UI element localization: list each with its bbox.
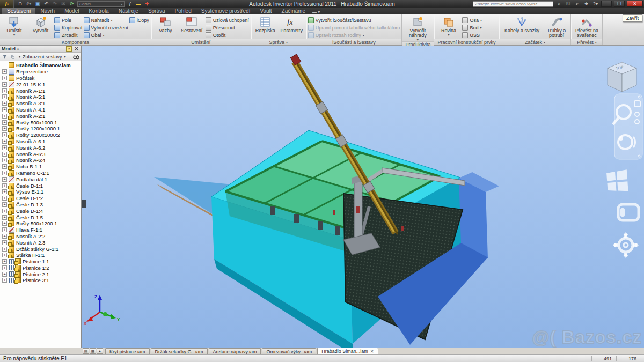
expand-icon[interactable]: +: [2, 82, 7, 87]
tree-item[interactable]: +Pístnice 2:1: [0, 271, 81, 277]
expand-icon[interactable]: +: [2, 189, 7, 194]
expand-icon[interactable]: +: [2, 101, 7, 106]
expand-icon[interactable]: +: [2, 234, 7, 239]
expand-icon[interactable]: ▲: [97, 348, 103, 354]
tree-item[interactable]: +Podlaha dál:1: [0, 176, 81, 182]
tree-item[interactable]: +Česle D-1:5: [0, 214, 81, 220]
assembly-view-selector[interactable]: Zobrazení sestavy: [23, 54, 62, 60]
browser-close-icon[interactable]: ✕: [74, 46, 79, 51]
expand-icon[interactable]: +: [2, 202, 7, 207]
parameters-button[interactable]: fx Parametry: [279, 16, 304, 39]
expand-icon[interactable]: +: [2, 177, 7, 182]
tree-item[interactable]: +Noha B-1:1: [0, 164, 81, 170]
tile-windows-icon[interactable]: ▦: [90, 348, 96, 354]
ribbon-tab-vault[interactable]: Vault: [255, 8, 276, 14]
tube-pipe-button[interactable]: Trubky a potrubí: [544, 16, 569, 39]
group-label-sprava[interactable]: Správa▾: [251, 39, 306, 45]
copy-button[interactable]: Kopírovat: [54, 24, 83, 31]
view-cube[interactable]: TOP: [608, 62, 636, 92]
expand-icon[interactable]: +: [2, 126, 7, 131]
tree-item[interactable]: +Rošty 500x1000:1: [0, 119, 81, 125]
tree-item[interactable]: +Nosník A-1:1: [0, 87, 81, 94]
communication-icon[interactable]: ➢: [574, 1, 581, 6]
tree-item[interactable]: +Hlava F-1:1: [0, 227, 81, 233]
expand-icon[interactable]: +: [2, 69, 7, 74]
find-binoculars-icon[interactable]: [73, 54, 79, 60]
tree-item[interactable]: +Nosník A-2:3: [0, 239, 81, 246]
expand-icon[interactable]: +: [2, 145, 7, 150]
tree-item[interactable]: +Česle D-1:1: [0, 182, 81, 189]
browser-title-bar[interactable]: Model ▾ ? ✕: [0, 46, 81, 53]
group-label-zacatek[interactable]: Začátek▾: [499, 39, 570, 45]
tree-item[interactable]: +Nosník A-3:1: [0, 100, 81, 107]
bom-button[interactable]: Rozpiska: [253, 16, 278, 39]
ribbon-tab-začínáme[interactable]: Začínáme: [277, 8, 310, 14]
help-icon[interactable]: ?▾: [592, 1, 599, 6]
favorites-star-icon[interactable]: ★: [583, 1, 590, 6]
doc-tab-close-icon[interactable]: ✕: [370, 349, 374, 354]
ribbon-tab-sestavení[interactable]: Sestavení: [2, 8, 35, 14]
parameters-fx-icon[interactable]: ƒ: [127, 1, 133, 7]
filter-icon[interactable]: [2, 54, 8, 60]
doc-tab[interactable]: Kryt pístnice.iam: [105, 348, 150, 354]
cable-harness-button[interactable]: Kabely a svazky: [501, 16, 543, 39]
tree-item[interactable]: +22.01.15-K:1: [0, 81, 81, 87]
ucs-button[interactable]: USS: [462, 32, 482, 39]
icopy-button[interactable]: iCopy: [129, 17, 149, 24]
tree-item[interactable]: Hrabadlo Šimanov.iam: [0, 62, 81, 69]
update-icon[interactable]: ⟳: [69, 1, 75, 7]
subscription-key-icon[interactable]: ⚿: [565, 1, 572, 7]
expand-icon[interactable]: +: [2, 76, 7, 80]
tree-item[interactable]: +Pístnice 1:1: [0, 258, 81, 265]
tree-item[interactable]: +Nosník A-2:2: [0, 233, 81, 240]
navigation-bar[interactable]: [613, 94, 642, 159]
ribbon-tab-nástroje[interactable]: Nástroje: [114, 8, 143, 14]
create-substitutes-button[interactable]: Vytvořit náhrady▾: [404, 16, 431, 41]
expand-icon[interactable]: +: [2, 120, 7, 125]
expand-icon[interactable]: +: [2, 253, 7, 257]
expand-icon[interactable]: +: [2, 183, 7, 188]
create-layout-button[interactable]: Vytvořit rozvržení: [84, 24, 128, 31]
create-ipart-button[interactable]: Vytvořit iSoučást/iSestavu: [308, 17, 400, 24]
tree-item[interactable]: +Reprezentace: [0, 69, 81, 75]
tree-item[interactable]: +Česle D-1:3: [0, 202, 81, 208]
work-axis-button[interactable]: Osa▾: [462, 17, 482, 24]
expand-icon[interactable]: +: [2, 114, 7, 119]
expand-icon[interactable]: +: [2, 94, 7, 99]
tree-item[interactable]: +Česle D-1:2: [0, 195, 81, 202]
expand-icon[interactable]: +: [2, 209, 7, 213]
doc-tab[interactable]: Hrabadlo Šiman...iam✕: [317, 348, 378, 354]
mirror-button[interactable]: Zrcadlit: [54, 32, 83, 39]
expand-icon[interactable]: +: [2, 164, 7, 169]
move-button[interactable]: Přesunout: [206, 24, 249, 31]
close-button[interactable]: ✕: [627, 1, 643, 7]
constrain-button[interactable]: Vazby: [153, 16, 178, 39]
expand-icon[interactable]: +: [2, 107, 7, 112]
tree-item[interactable]: +Pístnice 1:2: [0, 265, 81, 271]
tree-view-icon[interactable]: [10, 54, 17, 60]
tree-item[interactable]: +Nosník A-5:1: [0, 94, 81, 100]
expand-icon[interactable]: +: [2, 152, 7, 157]
expand-icon[interactable]: +: [2, 227, 7, 232]
expand-icon[interactable]: +: [2, 240, 7, 245]
undo-icon[interactable]: ↶: [43, 1, 49, 7]
app-button[interactable]: I▾: [0, 0, 14, 8]
measure-icon[interactable]: ▬: [135, 1, 142, 7]
color-override-combo[interactable]: Barva▾: [77, 1, 125, 7]
work-point-button[interactable]: Bod▾: [462, 24, 482, 31]
rotate-button[interactable]: Otočit: [206, 32, 249, 39]
ribbon-minimize-toggle-icon[interactable]: ▬ ▾: [312, 10, 320, 14]
edit-spreadsheet-button[interactable]: Upravit pomocí tabulkového kalkulátoru: [308, 24, 400, 31]
doc-tab[interactable]: Omezovač výky...iam: [262, 348, 316, 354]
doc-tab[interactable]: Aretace nápravy.iam: [209, 348, 261, 354]
home-view-icon[interactable]: ▤: [83, 348, 89, 354]
place-component-button[interactable]: Umístit▾: [2, 16, 27, 39]
expand-icon[interactable]: +: [2, 215, 7, 220]
minimize-button[interactable]: –: [601, 1, 612, 7]
tree-item[interactable]: +Rošty 1200x1000:1: [0, 125, 81, 132]
shrinkwrap-button[interactable]: Obal▾: [84, 32, 128, 39]
save-icon[interactable]: ▣: [34, 1, 41, 7]
expand-icon[interactable]: +: [2, 139, 7, 144]
help-search-input[interactable]: [473, 1, 553, 7]
tree-item[interactable]: +Nosník A-6:3: [0, 151, 81, 157]
